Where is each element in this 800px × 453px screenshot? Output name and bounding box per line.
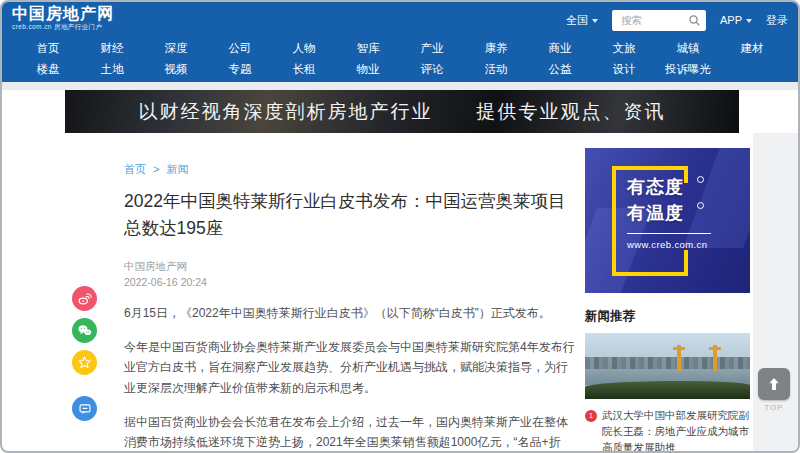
site-logo[interactable]: 中国房地产网 creb.com.cn 房地产行业门户	[12, 5, 114, 32]
comment-icon[interactable]	[72, 396, 97, 421]
nav-item-events[interactable]: 活动	[464, 62, 528, 77]
weibo-share-icon[interactable]	[72, 286, 97, 311]
list-item[interactable]: 1 武汉大学中国中部发展研究院副院长王磊：房地产业应成为城市高质量发展助推	[585, 408, 750, 453]
nav-item-towns[interactable]: 城镇	[656, 41, 720, 56]
article-date: 2022-06-16 20:24	[124, 275, 207, 291]
back-to-top-label: TOP	[756, 403, 792, 412]
ad-frame	[612, 166, 688, 170]
logo-title: 中国房地产网	[12, 5, 114, 23]
nav-item-charity[interactable]: 公益	[528, 62, 592, 77]
article-body: 6月15日，《2022年中国奥特莱斯行业白皮书》（以下简称“白皮书”）正式发布。…	[124, 303, 576, 453]
nav-item-wellness[interactable]: 康养	[464, 41, 528, 56]
article-paragraph: 今年是中国百货商业协会奥特莱斯产业发展委员会与中国奥特莱斯研究院第4年发布行业官…	[124, 337, 576, 399]
search-box	[612, 10, 706, 31]
share-rail	[72, 286, 97, 421]
page-title: 2022年中国奥特莱斯行业白皮书发布：中国运营奥莱项目总数达195座	[124, 188, 576, 242]
article-paragraph: 据中国百货商业协会会长范君在发布会上介绍，过去一年，国内奥特莱斯产业在整体消费市…	[124, 412, 576, 453]
main-nav: 首页 财经 深度 公司 人物 智库 产业 康养 商业 文旅 城镇 建材 楼盘 土…	[2, 38, 798, 82]
ad-frame	[684, 250, 688, 276]
logo-subtitle: creb.com.cn 房地产行业门户	[12, 23, 114, 32]
news-item-text: 武汉大学中国中部发展研究院副院长王磊：房地产业应成为城市高质量发展助推	[602, 408, 750, 453]
chevron-down-icon	[746, 19, 752, 23]
region-selector[interactable]: 全国	[566, 13, 598, 28]
chevron-down-icon	[592, 19, 598, 23]
nav-item-video[interactable]: 视频	[144, 62, 208, 77]
nav-item-company[interactable]: 公司	[208, 41, 272, 56]
search-input[interactable]	[619, 13, 695, 27]
browser-window: 中国房地产网 creb.com.cn 房地产行业门户 全国 APP 登录 首页 …	[0, 0, 800, 453]
site-header: 中国房地产网 creb.com.cn 房地产行业门户 全国 APP 登录	[2, 2, 798, 38]
breadcrumb-news[interactable]: 新闻	[167, 163, 189, 175]
thumbnail-bridge-tower	[709, 347, 721, 350]
nav-item-longrent[interactable]: 长租	[272, 62, 336, 77]
news-recommend-title: 新闻推荐	[585, 308, 750, 325]
nav-row-2: 楼盘 土地 视频 专题 长租 物业 评论 活动 公益 设计 投诉曝光	[2, 59, 798, 80]
wechat-share-icon[interactable]	[72, 318, 97, 343]
news-thumbnail[interactable]	[585, 333, 750, 399]
app-label: APP	[720, 14, 742, 26]
thumbnail-city	[585, 357, 750, 369]
thumbnail-foreground	[585, 381, 750, 399]
nav-item-finance[interactable]: 财经	[80, 41, 144, 56]
nav-row-1: 首页 财经 深度 公司 人物 智库 产业 康养 商业 文旅 城镇 建材	[2, 38, 798, 59]
arrow-up-icon	[766, 376, 782, 392]
nav-item-complaints[interactable]: 投诉曝光	[656, 62, 720, 77]
nav-item-people[interactable]: 人物	[272, 41, 336, 56]
banner-ad[interactable]: 以财经视角深度剖析房地产行业 提供专业观点、资讯	[65, 90, 739, 133]
search-icon[interactable]	[688, 14, 701, 27]
news-list: 1 武汉大学中国中部发展研究院副院长王磊：房地产业应成为城市高质量发展助推 2 …	[585, 408, 750, 453]
divider	[2, 82, 798, 90]
sidebar-ad[interactable]: 有态度 有温度 www.creb.com.cn	[585, 148, 750, 293]
nav-item-property-mgmt[interactable]: 物业	[336, 62, 400, 77]
ad-frame	[612, 166, 616, 276]
qzone-share-icon[interactable]	[72, 350, 97, 375]
nav-item-thinktank[interactable]: 智库	[336, 41, 400, 56]
back-to-top-button[interactable]	[758, 368, 790, 400]
header-actions: 全国 APP 登录	[566, 2, 788, 38]
ad-decoration	[697, 202, 704, 209]
region-label: 全国	[566, 14, 588, 26]
nav-item-design[interactable]: 设计	[592, 62, 656, 77]
nav-item-land[interactable]: 土地	[80, 62, 144, 77]
breadcrumb-home[interactable]: 首页	[124, 163, 146, 175]
nav-item-comment[interactable]: 评论	[400, 62, 464, 77]
nav-item-properties[interactable]: 楼盘	[16, 62, 80, 77]
ad-text: 有态度 有温度 www.creb.com.cn	[627, 174, 711, 250]
nav-item-commerce[interactable]: 商业	[528, 41, 592, 56]
login-link[interactable]: 登录	[766, 13, 788, 28]
rank-badge: 1	[585, 410, 597, 422]
nav-item-culture-tourism[interactable]: 文旅	[592, 41, 656, 56]
banner-text-1: 以财经视角深度剖析房地产行业	[139, 99, 433, 125]
breadcrumb: 首页 > 新闻	[124, 162, 189, 177]
back-to-top: TOP	[756, 368, 792, 412]
article-meta: 中国房地产网 2022-06-16 20:24	[124, 259, 207, 291]
ad-url: www.creb.com.cn	[627, 233, 711, 250]
breadcrumb-separator: >	[153, 163, 159, 175]
ad-decoration	[697, 176, 704, 183]
ad-frame	[612, 272, 688, 276]
thumbnail-bridge-tower	[673, 347, 685, 350]
banner-text-2: 提供专业观点、资讯	[477, 99, 666, 125]
nav-item-industry[interactable]: 产业	[400, 41, 464, 56]
article-source: 中国房地产网	[124, 259, 207, 275]
nav-item-materials[interactable]: 建材	[720, 41, 784, 56]
nav-item-topics[interactable]: 专题	[208, 62, 272, 77]
sidebar: 有态度 有温度 www.creb.com.cn 新闻推荐 1 武汉大学中国中部发…	[585, 148, 750, 453]
article-paragraph: 6月15日，《2022年中国奥特莱斯行业白皮书》（以下简称“白皮书”）正式发布。	[124, 303, 576, 324]
app-menu[interactable]: APP	[720, 14, 752, 26]
nav-item-depth[interactable]: 深度	[144, 41, 208, 56]
nav-item-home[interactable]: 首页	[16, 41, 80, 56]
